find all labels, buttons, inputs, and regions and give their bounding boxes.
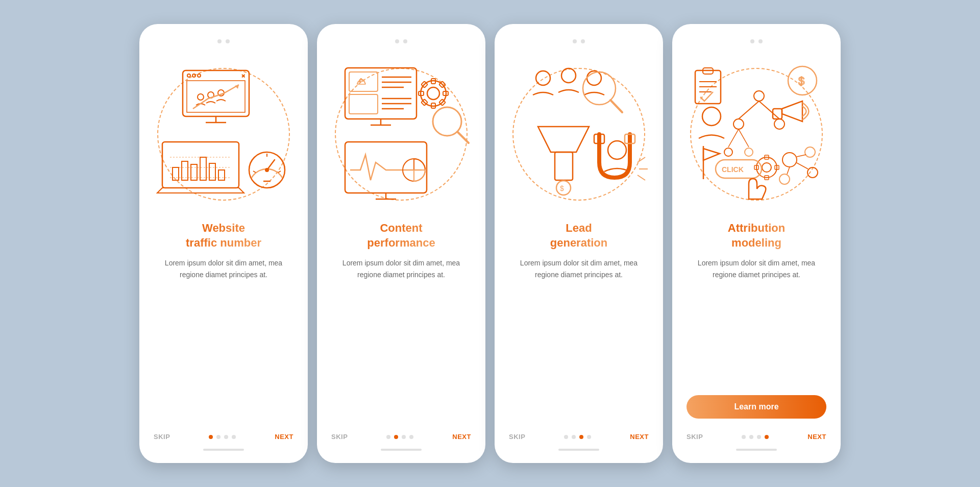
top-dot (395, 39, 399, 43)
svg-line-25 (253, 171, 256, 173)
svg-point-90 (745, 148, 753, 156)
svg-line-88 (739, 129, 749, 147)
skip-button-3[interactable]: SKIP (509, 433, 525, 441)
nav-dot-3-3 (579, 435, 583, 439)
svg-point-94 (762, 163, 771, 172)
top-dot (217, 39, 222, 43)
svg-marker-62 (538, 127, 589, 152)
nav-dot-1-1 (209, 435, 213, 439)
phone-top-dots-4 (750, 39, 763, 43)
lead-illustration: $ (507, 60, 650, 208)
illustration-area-1: ✕ (154, 53, 293, 216)
svg-point-42 (427, 87, 439, 100)
svg-text:$: $ (560, 184, 564, 192)
phone-card-4: $ (672, 24, 841, 463)
svg-line-70 (638, 175, 645, 180)
svg-rect-35 (349, 94, 378, 114)
nav-dot-4-2 (749, 435, 753, 439)
illustration-area-3: $ (509, 53, 649, 216)
svg-point-6 (198, 94, 204, 100)
nav-bar-2: SKIP NEXT (331, 428, 471, 441)
svg-point-102 (779, 174, 790, 184)
next-button-4[interactable]: NEXT (807, 433, 826, 441)
skip-button-1[interactable]: SKIP (154, 433, 170, 441)
svg-line-27 (278, 171, 281, 173)
nav-dots-3 (564, 435, 591, 439)
svg-point-3 (198, 74, 201, 77)
phone-card-1: ✕ (139, 24, 308, 463)
card-2-title: Contentperformance (367, 221, 435, 250)
illustration-area-4: $ (687, 53, 826, 216)
svg-point-101 (807, 167, 818, 178)
top-dot (403, 39, 407, 43)
svg-point-82 (754, 91, 764, 101)
svg-rect-63 (555, 152, 573, 180)
svg-text:⛰: ⛰ (357, 76, 366, 86)
svg-point-2 (192, 74, 195, 77)
nav-dot-4-3 (757, 435, 761, 439)
svg-line-61 (610, 100, 622, 112)
next-button-1[interactable]: NEXT (275, 433, 293, 441)
svg-point-58 (561, 68, 576, 83)
nav-bar-3: SKIP NEXT (509, 428, 649, 441)
svg-point-24 (265, 168, 269, 172)
svg-rect-21 (218, 170, 225, 180)
phone-card-2: ⛰ (317, 24, 485, 463)
nav-dots-1 (209, 435, 236, 439)
svg-marker-79 (782, 101, 802, 121)
card-2-body: Lorem ipsum dolor sit dim amet, mea regi… (331, 257, 471, 419)
svg-point-86 (774, 119, 785, 129)
svg-rect-0 (183, 70, 249, 116)
bottom-bar-4 (736, 449, 777, 451)
learn-more-button[interactable]: Learn more (687, 395, 826, 419)
svg-point-41 (421, 81, 446, 106)
nav-dots-2 (386, 435, 413, 439)
nav-dot-2-4 (409, 435, 413, 439)
nav-dot-1-3 (224, 435, 228, 439)
card-4-title: Attributionmodeling (728, 221, 785, 250)
bottom-bar-2 (381, 449, 422, 451)
svg-point-81 (702, 107, 721, 126)
nav-dot-3-1 (564, 435, 568, 439)
card-4-body: Lorem ipsum dolor sit dim amet, mea regi… (687, 257, 826, 386)
nav-bar-1: SKIP NEXT (154, 428, 293, 441)
svg-text:$: $ (798, 75, 804, 87)
nav-dot-1-4 (232, 435, 236, 439)
svg-line-105 (787, 167, 790, 174)
top-dot (758, 39, 763, 43)
phone-top-dots-2 (395, 39, 407, 43)
nav-dots-4 (742, 435, 769, 439)
card-3-title: Leadgeneration (550, 221, 607, 250)
card-1-title: Websitetraffic number (186, 221, 261, 250)
cards-container: ✕ (139, 24, 841, 463)
traffic-illustration: ✕ (152, 60, 295, 208)
bottom-bar-1 (203, 449, 244, 451)
svg-line-103 (797, 155, 806, 157)
attribution-illustration: $ (685, 60, 828, 208)
svg-line-87 (728, 129, 739, 147)
svg-point-1 (187, 74, 190, 77)
card-1-body: Lorem ipsum dolor sit dim amet, mea regi… (154, 257, 293, 419)
top-dot (581, 39, 585, 43)
next-button-2[interactable]: NEXT (452, 433, 471, 441)
nav-dot-2-3 (402, 435, 406, 439)
svg-line-104 (797, 163, 808, 169)
svg-marker-92 (703, 149, 720, 160)
nav-dot-4-1 (742, 435, 746, 439)
skip-button-2[interactable]: SKIP (331, 433, 348, 441)
svg-text:CLICK: CLICK (722, 165, 744, 174)
nav-dot-4-4 (765, 435, 769, 439)
nav-dot-2-1 (386, 435, 390, 439)
next-button-3[interactable]: NEXT (630, 433, 649, 441)
nav-dot-3-2 (572, 435, 576, 439)
svg-point-85 (733, 119, 744, 129)
bottom-bar-3 (558, 449, 599, 451)
nav-dot-3-4 (587, 435, 591, 439)
skip-button-4[interactable]: SKIP (687, 433, 703, 441)
content-illustration: ⛰ (330, 60, 473, 208)
svg-point-57 (536, 71, 550, 85)
svg-point-89 (724, 148, 732, 156)
nav-dot-1-2 (216, 435, 220, 439)
svg-line-68 (638, 157, 645, 162)
svg-point-99 (782, 153, 797, 167)
